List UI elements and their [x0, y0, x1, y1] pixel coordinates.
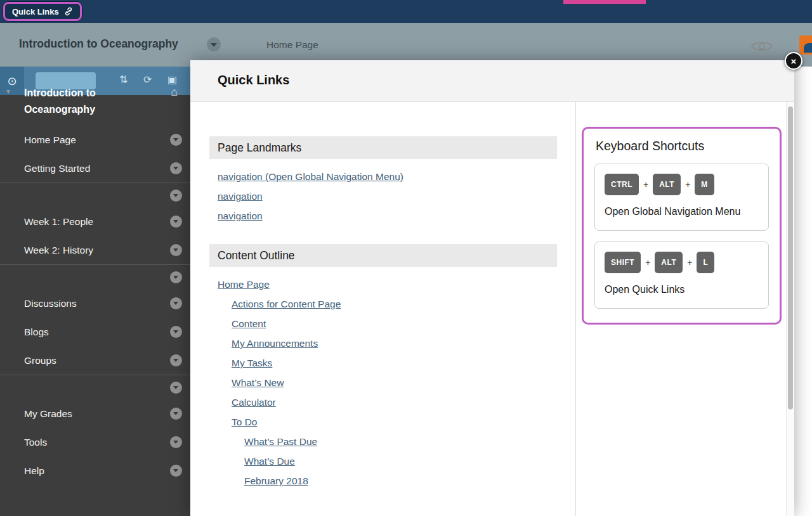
top-bar: Quick Links	[0, 0, 812, 23]
item-menu-chevron-button[interactable]	[170, 162, 182, 174]
caret-down-icon: ▾	[6, 87, 10, 96]
plus-separator: +	[687, 257, 692, 268]
link-icon	[64, 7, 73, 16]
sidebar-divider-row[interactable]	[0, 375, 190, 399]
course-title: Introduction to Oceanography	[19, 37, 178, 51]
modal-left-column: Page Landmarks navigation (Open Global N…	[190, 102, 575, 516]
sidebar-item-getting-started[interactable]: Getting Started	[0, 154, 190, 183]
item-menu-chevron-button[interactable]	[170, 408, 182, 420]
scrollbar-thumb[interactable]	[788, 106, 793, 410]
sidebar-item-blogs[interactable]: Blogs	[0, 318, 190, 346]
sidebar-item-label: Getting Started	[24, 163, 90, 174]
plus-separator: +	[645, 257, 650, 268]
outline-link[interactable]: Calculator	[232, 397, 276, 408]
item-menu-chevron-button[interactable]	[170, 297, 182, 309]
quick-links-button[interactable]: Quick Links	[3, 2, 82, 21]
outline-link[interactable]: What’s New	[232, 377, 284, 389]
sidebar-divider-row[interactable]	[0, 264, 190, 289]
outline-link[interactable]: Home Page	[218, 279, 270, 290]
sidebar-course-title: Introduction to Oceanography	[24, 85, 154, 118]
course-menu: Home Page Getting Started Week 1: People…	[0, 126, 190, 485]
highlight-strip	[563, 0, 646, 4]
keycap: L	[697, 252, 714, 273]
course-menu-chevron-button[interactable]	[207, 37, 221, 51]
student-preview-eye-icon[interactable]	[750, 39, 773, 56]
outline-link[interactable]: What’s Past Due	[244, 436, 317, 448]
close-icon[interactable]: ×	[785, 52, 802, 70]
landmarks-heading: Page Landmarks	[209, 136, 557, 159]
keycap: ALT	[653, 174, 681, 195]
landmark-link[interactable]: navigation	[218, 191, 263, 202]
quick-links-modal: × Quick Links Page Landmarks navigation …	[190, 60, 794, 516]
breadcrumb: Home Page	[266, 39, 318, 51]
modal-header: Quick Links	[190, 60, 794, 102]
item-menu-chevron-button[interactable]	[170, 244, 182, 256]
shortcut-keys: CTRL + ALT + M	[605, 174, 759, 195]
landmarks-link-list: navigation (Open Global Navigation Menu)…	[209, 171, 575, 222]
app-logo	[799, 35, 812, 55]
landmark-link[interactable]: navigation	[218, 210, 263, 222]
shortcut-label: Open Quick Links	[605, 281, 759, 297]
keyboard-shortcuts-panel: Keyboard Shortcuts CTRL + ALT + M Open G…	[582, 127, 782, 325]
outline-heading: Content Outline	[209, 244, 557, 267]
keycap: SHIFT	[605, 252, 641, 273]
outline-link[interactable]: Content	[232, 318, 266, 330]
item-menu-chevron-button[interactable]	[170, 326, 182, 338]
sidebar-item-label: Discussions	[24, 298, 77, 309]
shortcut-card: SHIFT + ALT + L Open Quick Links	[594, 242, 769, 309]
plus-separator: +	[643, 179, 648, 190]
shortcut-card: CTRL + ALT + M Open Global Navigation Me…	[594, 164, 769, 231]
outline-link[interactable]: Actions for Content Page	[232, 299, 341, 310]
item-menu-chevron-button[interactable]	[170, 271, 182, 283]
sidebar-item-tools[interactable]: Tools	[0, 428, 190, 456]
item-menu-chevron-button[interactable]	[170, 216, 182, 228]
sidebar-item-discussions[interactable]: Discussions	[0, 289, 190, 318]
sidebar-item-label: Help	[24, 465, 44, 477]
landmark-link[interactable]: navigation (Open Global Navigation Menu)	[218, 171, 403, 183]
quick-links-label: Quick Links	[12, 7, 59, 16]
course-menu-sidebar: ⊙ ⇅ ⟳ ▣ ▾ Introduction to Oceanography ⌂…	[0, 67, 190, 516]
keycap: ALT	[655, 252, 683, 273]
sidebar-item-home-page[interactable]: Home Page	[0, 126, 190, 154]
keycap: M	[695, 174, 714, 195]
sidebar-item-label: Home Page	[24, 134, 76, 146]
modal-title: Quick Links	[190, 60, 794, 87]
item-menu-chevron-button[interactable]	[170, 436, 182, 448]
sidebar-item-week-2-history[interactable]: Week 2: History	[0, 236, 190, 264]
sidebar-item-help[interactable]: Help	[0, 456, 190, 485]
modal-scrollbar[interactable]	[786, 102, 794, 516]
outline-link-list: Home Page Actions for Content Page Conte…	[209, 279, 575, 487]
sidebar-item-my-grades[interactable]: My Grades	[0, 399, 190, 428]
sidebar-item-label: Week 1: People	[24, 216, 93, 228]
sidebar-item-label: My Grades	[24, 408, 72, 420]
shortcut-keys: SHIFT + ALT + L	[605, 252, 759, 273]
sidebar-item-label: Groups	[24, 355, 56, 366]
sidebar-course-title-row[interactable]: ▾ Introduction to Oceanography ⌂	[0, 67, 190, 123]
sidebar-item-label: Tools	[24, 437, 47, 448]
item-menu-chevron-button[interactable]	[170, 190, 182, 202]
sidebar-divider-row[interactable]	[0, 183, 190, 207]
home-icon: ⌂	[171, 86, 178, 99]
modal-right-column: Keyboard Shortcuts CTRL + ALT + M Open G…	[576, 102, 786, 516]
keyboard-shortcuts-heading: Keyboard Shortcuts	[596, 139, 769, 153]
sidebar-item-label: Blogs	[24, 326, 49, 338]
item-menu-chevron-button[interactable]	[170, 382, 182, 394]
item-menu-chevron-button[interactable]	[170, 465, 182, 477]
item-menu-chevron-button[interactable]	[170, 134, 182, 146]
sidebar-item-label: Week 2: History	[24, 245, 93, 256]
shortcut-label: Open Global Navigation Menu	[605, 203, 759, 219]
outline-link[interactable]: My Announcements	[232, 338, 318, 349]
keycap: CTRL	[605, 174, 639, 195]
plus-separator: +	[685, 179, 690, 190]
outline-link[interactable]: To Do	[232, 416, 258, 428]
outline-link[interactable]: February 2018	[244, 475, 308, 487]
sidebar-item-groups[interactable]: Groups	[0, 346, 190, 375]
outline-link[interactable]: What’s Due	[244, 456, 295, 467]
screen: Quick Links Introduction to Oceanography…	[0, 0, 812, 516]
sidebar-item-week-1-people[interactable]: Week 1: People	[0, 207, 190, 236]
item-menu-chevron-button[interactable]	[170, 354, 182, 366]
outline-link[interactable]: My Tasks	[232, 358, 272, 369]
